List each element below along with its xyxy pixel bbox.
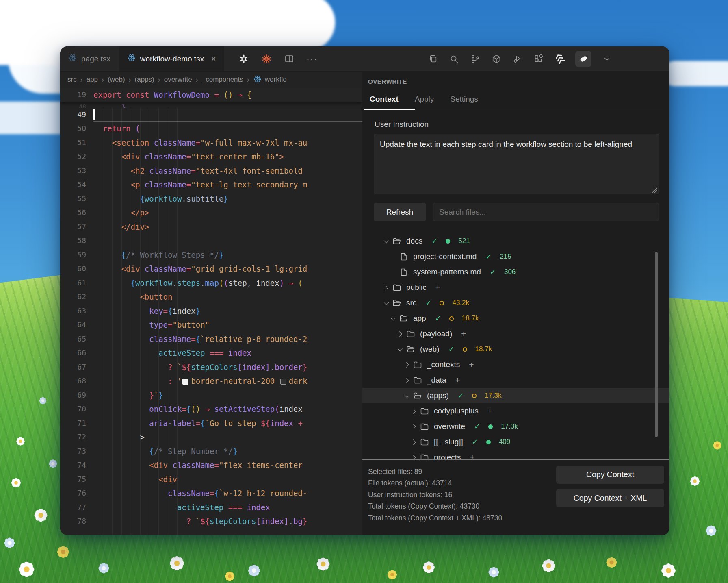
code-line-48[interactable]: 48 } bbox=[60, 102, 362, 108]
code-line-74[interactable]: 74 <div className="flex items-center bbox=[60, 458, 362, 472]
partial-ring-icon bbox=[440, 301, 444, 305]
tree-scrollbar[interactable] bbox=[655, 252, 658, 437]
code-line-71[interactable]: 71 aria-label={`Go to step ${index + bbox=[60, 416, 362, 431]
tree-row--data[interactable]: _data+ bbox=[362, 372, 670, 388]
code-line-54[interactable]: 54 <p className="text-lg text-secondary … bbox=[60, 178, 362, 192]
code-line-77[interactable]: 77 activeStep === index bbox=[60, 500, 362, 515]
flower-icon bbox=[38, 513, 43, 518]
tree-label: project-context.md bbox=[413, 252, 477, 261]
close-icon[interactable]: × bbox=[211, 54, 216, 63]
tree-row-public[interactable]: public+ bbox=[362, 280, 670, 295]
code-line-57[interactable]: 57 </div> bbox=[60, 220, 362, 234]
code-line-49[interactable]: 49 bbox=[60, 108, 362, 122]
code-line-50[interactable]: 50 return ( bbox=[60, 122, 362, 136]
grid-extensions-icon[interactable] bbox=[533, 53, 544, 65]
code-area[interactable]: 19export const WorkflowDemo = () ⇒ {48 }… bbox=[60, 88, 362, 535]
tree-row-project-context-md[interactable]: project-context.md✓215 bbox=[362, 249, 670, 264]
breadcrumb-item[interactable]: src bbox=[67, 76, 77, 84]
panel-tab-apply[interactable]: Apply bbox=[415, 95, 434, 104]
code-line-51[interactable]: 51 <section className="w-full max-w-7xl … bbox=[60, 136, 362, 150]
tree-row--slug-[interactable]: [[...slug]]✓409 bbox=[362, 434, 670, 450]
capsule-icon[interactable] bbox=[575, 51, 592, 67]
code-line-67[interactable]: 67 ? `${stepColors[index].border} bbox=[60, 360, 362, 374]
partial-ring-icon bbox=[472, 394, 477, 398]
code-line-75[interactable]: 75 <div bbox=[60, 472, 362, 487]
code-line-52[interactable]: 52 <div className="text-center mb-16"> bbox=[60, 150, 362, 164]
tree-row--web-[interactable]: (web)✓18.7k bbox=[362, 342, 670, 357]
search-files-input[interactable] bbox=[433, 203, 659, 221]
plus-icon[interactable]: + bbox=[461, 329, 466, 339]
code-line-62[interactable]: 62 <button bbox=[60, 290, 362, 304]
chevron-down-icon[interactable] bbox=[601, 53, 613, 65]
tree-label: docs bbox=[406, 237, 422, 246]
debug-run-icon[interactable] bbox=[512, 53, 523, 65]
editor-tab-page-tsx[interactable]: page.tsx bbox=[60, 46, 119, 71]
plus-icon[interactable]: + bbox=[455, 375, 460, 385]
tree-row-projects[interactable]: projects+ bbox=[362, 450, 670, 459]
code-line-55[interactable]: 55 {workflow.subtitle} bbox=[60, 192, 362, 206]
flower-icon bbox=[716, 444, 719, 447]
starburst-icon[interactable] bbox=[261, 53, 272, 65]
code-line-78[interactable]: 78 ? `${stepColors[index].bg} bbox=[60, 514, 362, 529]
line-number: 62 bbox=[60, 290, 86, 304]
tree-row-system-patterns-md[interactable]: system-patterns.md✓306 bbox=[362, 264, 670, 280]
code-line-73[interactable]: 73 {/* Step Number */} bbox=[60, 444, 362, 459]
user-instruction-input[interactable]: Update the text in each step card in the… bbox=[374, 134, 659, 194]
plus-icon[interactable]: + bbox=[470, 452, 475, 459]
folder-open-icon bbox=[392, 300, 402, 307]
openai-logo-icon[interactable] bbox=[238, 53, 249, 65]
tree-row-codyplusplus[interactable]: codyplusplus+ bbox=[362, 403, 670, 419]
code-line-76[interactable]: 76 className={`w-12 h-12 rounded- bbox=[60, 486, 362, 500]
code-line-69[interactable]: 69 }`} bbox=[60, 388, 362, 402]
code-line-19[interactable]: 19export const WorkflowDemo = () ⇒ { bbox=[60, 88, 362, 102]
package-icon[interactable] bbox=[491, 53, 502, 65]
tree-row-app[interactable]: app✓18.7k bbox=[362, 311, 670, 326]
code-line-56[interactable]: 56 </p> bbox=[60, 206, 362, 220]
tree-row-overwrite[interactable]: overwrite✓17.3k bbox=[362, 419, 670, 434]
plus-icon[interactable]: + bbox=[488, 406, 492, 416]
line-number: 75 bbox=[60, 472, 86, 487]
tree-row-src[interactable]: src✓43.2k bbox=[362, 295, 670, 311]
tree-row--apps-[interactable]: (apps)✓17.3k bbox=[362, 388, 670, 403]
breadcrumb-item[interactable]: overwrite bbox=[164, 76, 192, 84]
plus-icon[interactable]: + bbox=[436, 283, 440, 292]
code-line-66[interactable]: 66 activeStep === index bbox=[60, 346, 362, 360]
copy-icon[interactable] bbox=[427, 53, 439, 65]
resize-handle-icon[interactable] bbox=[652, 188, 657, 193]
code-line-60[interactable]: 60 <div className="grid grid-cols-1 lg:g… bbox=[60, 262, 362, 276]
breadcrumb-item[interactable]: app bbox=[87, 76, 98, 84]
flower-icon bbox=[228, 574, 232, 578]
more-icon[interactable]: ··· bbox=[306, 53, 318, 65]
breadcrumb-file[interactable]: workflo bbox=[253, 74, 287, 85]
tree-row--contexts[interactable]: _contexts+ bbox=[362, 357, 670, 372]
panel-tab-settings[interactable]: Settings bbox=[450, 95, 478, 104]
search-icon[interactable] bbox=[448, 53, 460, 65]
editor-tab-workflow-demo-tsx[interactable]: workflow-demo.tsx× bbox=[119, 46, 224, 71]
chevron-down-icon bbox=[379, 301, 392, 305]
code-line-70[interactable]: 70 onClick={() ⇒ setActiveStep(index bbox=[60, 402, 362, 416]
code-line-61[interactable]: 61 {workflow.steps.map((step, index) ⇒ ( bbox=[60, 276, 362, 290]
code-line-53[interactable]: 53 <h2 className="text-4xl font-semibold bbox=[60, 164, 362, 178]
code-line-68[interactable]: 68 : 'border-neutral-200 dark bbox=[60, 374, 362, 388]
code-line-64[interactable]: 64 type="button" bbox=[60, 318, 362, 332]
source-control-icon[interactable] bbox=[470, 53, 481, 65]
breadcrumb[interactable]: src ›app ›(web) ›(apps) ›overwrite ›_com… bbox=[60, 72, 362, 88]
code-line-72[interactable]: 72 > bbox=[60, 430, 362, 444]
refresh-button[interactable]: Refresh bbox=[374, 203, 426, 221]
copy-context-button[interactable]: Copy Context bbox=[556, 466, 664, 484]
split-editor-icon[interactable] bbox=[284, 53, 295, 65]
tree-row-docs[interactable]: docs✓521 bbox=[362, 233, 670, 249]
breadcrumb-item[interactable]: (apps) bbox=[135, 76, 154, 84]
panel-tab-context[interactable]: Context bbox=[370, 95, 399, 104]
code-line-63[interactable]: 63 key={index} bbox=[60, 304, 362, 318]
signal-arrows-icon[interactable] bbox=[554, 53, 566, 65]
chevron-right-icon bbox=[400, 363, 412, 367]
breadcrumb-item[interactable]: _components bbox=[202, 76, 243, 84]
code-line-59[interactable]: 59 {/* Workflow Steps */} bbox=[60, 248, 362, 262]
tree-row--payload-[interactable]: (payload)+ bbox=[362, 326, 670, 342]
breadcrumb-item[interactable]: (web) bbox=[108, 76, 125, 84]
plus-icon[interactable]: + bbox=[469, 360, 474, 370]
copy-context-xml-button[interactable]: Copy Context + XML bbox=[556, 489, 664, 507]
code-line-58[interactable]: 58 bbox=[60, 234, 362, 248]
code-line-65[interactable]: 65 className={`relative p-8 rounded-2 bbox=[60, 332, 362, 346]
